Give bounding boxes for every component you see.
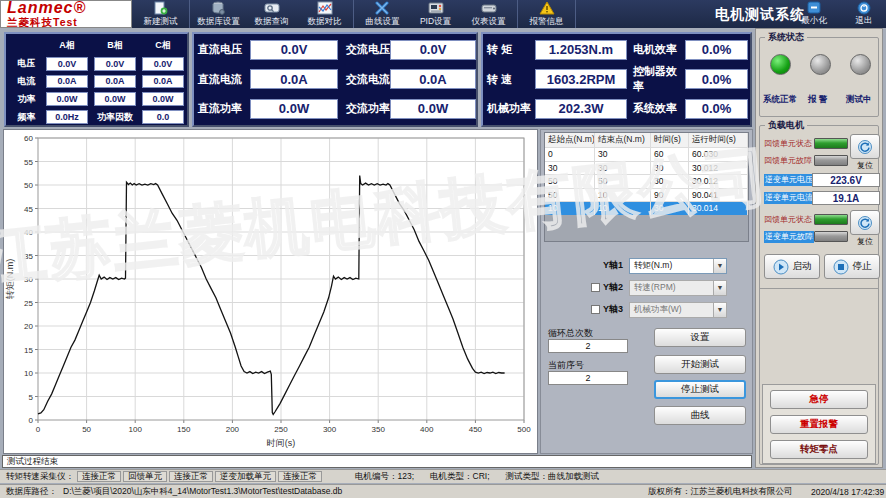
table-row[interactable]: 50 10 90 90.041 bbox=[545, 188, 748, 202]
current-a-value: 0.0A bbox=[46, 75, 88, 89]
test-type: 测试类型：曲线加载测试 bbox=[503, 471, 603, 483]
cell: 60 bbox=[651, 148, 689, 161]
lanmec-logo: Lanmec® 兰菱科技Test bbox=[0, 0, 132, 28]
toolbar-group-settings: 曲线设置 PID设置 仪表设置 bbox=[354, 0, 518, 28]
titlebar: Lanmec® 兰菱科技Test 新建测试 数据库设置 bbox=[0, 0, 886, 28]
stop-icon bbox=[833, 259, 849, 275]
current-index-value: 2 bbox=[548, 371, 628, 385]
play-icon bbox=[773, 259, 789, 275]
y-axis3-checkbox[interactable] bbox=[591, 305, 600, 314]
alarm-led-label: 报 警 bbox=[808, 94, 827, 106]
exit-button[interactable]: 退出 bbox=[843, 1, 885, 28]
toolbar-button-new-test[interactable]: 新建测试 bbox=[134, 0, 187, 28]
y-axis1-selected-value: 转矩(N.m) bbox=[634, 260, 672, 272]
set-button[interactable]: 设置 bbox=[654, 328, 746, 347]
toolbar-button-label: PID设置 bbox=[420, 16, 451, 28]
sidebar: 系统状态 系统正常 报 警 测试中 负载电机 回馈单元状态 回馈单元故障 复位 … bbox=[755, 28, 883, 468]
cell: 90 bbox=[651, 189, 689, 202]
db-path-value: D:\兰菱\项目\2020\山东中科4_14\MotorTest1.3\Moto… bbox=[60, 486, 345, 498]
y-axis2-selected-value: 转速(RPM) bbox=[634, 282, 676, 294]
daq-status: 连接正常 bbox=[77, 471, 121, 482]
stop-test-button[interactable]: 停止测试 bbox=[654, 380, 746, 399]
stop-button[interactable]: 停止 bbox=[824, 254, 880, 279]
toolbar-button-database-settings[interactable]: 数据库设置 bbox=[192, 0, 245, 28]
torque-speed-panel: 转 矩 1.2053N.m 电机效率 0.0% 转 速 1603.2RPM 控制… bbox=[481, 32, 752, 127]
meter-settings-icon bbox=[481, 1, 497, 15]
corner-cell bbox=[10, 37, 43, 55]
table-row-selected[interactable]: 10 10 30 30.014 bbox=[545, 201, 748, 215]
minimize-button[interactable]: 最小化 bbox=[793, 1, 835, 28]
feedback-unit-fault-bar bbox=[814, 155, 848, 166]
svg-text:30: 30 bbox=[24, 275, 33, 284]
toolbar-group-alarm: 报警信息 bbox=[518, 0, 576, 28]
toolbar-button-data-query[interactable]: 数据查询 bbox=[245, 0, 298, 28]
phase-measurement-panel: A相 B相 C相 电压 0.0V 0.0V 0.0V 电流 0.0A 0.0A … bbox=[4, 32, 189, 127]
frequency-label: 频率 bbox=[10, 108, 43, 126]
toolbar-button-meter-settings[interactable]: 仪表设置 bbox=[462, 0, 515, 28]
system-status-group: 系统状态 系统正常 报 警 测试中 bbox=[759, 37, 879, 117]
ac-current-value: 0.0A bbox=[390, 69, 476, 89]
ac-power-label: 交流功率 bbox=[338, 101, 390, 116]
cell: 60.030 bbox=[689, 148, 748, 161]
power-c-value: 0.0W bbox=[142, 92, 184, 106]
reset-button-2-wrap: 复位 bbox=[849, 210, 881, 247]
mech-power-label: 机械功率 bbox=[487, 101, 535, 116]
dc-voltage-label: 直流电压 bbox=[198, 42, 250, 57]
toolbar-group-test: 新建测试 bbox=[132, 0, 190, 28]
toolbar-button-pid-settings[interactable]: PID设置 bbox=[409, 0, 462, 28]
col-start-point: 起始点(N.m) bbox=[545, 133, 595, 147]
svg-text:20: 20 bbox=[24, 322, 33, 331]
motor-efficiency-label: 电机效率 bbox=[627, 42, 685, 57]
start-test-button[interactable]: 开始测试 bbox=[654, 355, 746, 374]
cell: 10 bbox=[545, 202, 595, 215]
safety-buttons-box: 急停 重置报警 转矩零点 bbox=[762, 384, 876, 464]
torque-zero-button[interactable]: 转矩零点 bbox=[770, 440, 868, 459]
phase-a-header: A相 bbox=[43, 37, 91, 55]
feedback-unit-label: 回馈单元 bbox=[123, 471, 167, 482]
cell: 50 bbox=[545, 175, 595, 188]
dc-power-value: 0.0W bbox=[250, 99, 338, 119]
emergency-stop-button[interactable]: 急停 bbox=[770, 390, 868, 409]
y-axis2-select[interactable]: 转速(RPM) ▼ bbox=[629, 280, 727, 296]
motor-efficiency-value: 0.0% bbox=[685, 40, 748, 60]
new-test-icon bbox=[153, 1, 168, 15]
logo-text-en: Lanmec® bbox=[7, 0, 131, 16]
power-a-value: 0.0W bbox=[46, 92, 88, 106]
y-axis1-select[interactable]: 转矩(N.m) ▼ bbox=[629, 258, 727, 274]
toolbar-button-label: 报警信息 bbox=[530, 16, 564, 28]
mech-power-value: 202.3W bbox=[535, 99, 627, 119]
dc-ac-panel: 直流电压 0.0V 交流电压 0.0V 直流电流 0.0A 交流电流 0.0A … bbox=[192, 32, 478, 127]
inverter-voltage-label: 逆变单元电压 bbox=[764, 174, 814, 186]
reset-alarm-button[interactable]: 重置报警 bbox=[770, 415, 868, 434]
svg-text:100: 100 bbox=[129, 425, 143, 434]
test-settings-region: 起始点(N.m) 结束点(N.m) 时间(s) 运行时间(s) 0 30 60 … bbox=[540, 129, 753, 454]
toolbar-button-alarm-info[interactable]: 报警信息 bbox=[520, 0, 573, 28]
svg-text:50: 50 bbox=[24, 181, 33, 190]
segment-table[interactable]: 起始点(N.m) 结束点(N.m) 时间(s) 运行时间(s) 0 30 60 … bbox=[544, 132, 749, 242]
reset-button-1[interactable] bbox=[850, 134, 880, 159]
path-statusbar: 数据库路径： D:\兰菱\项目\2020\山东中科4_14\MotorTest1… bbox=[0, 484, 886, 498]
system-efficiency-value: 0.0% bbox=[685, 99, 748, 119]
toolbar-group-data: 数据库设置 数据查询 数据对比 bbox=[190, 0, 354, 28]
speed-value: 1603.2RPM bbox=[535, 69, 627, 89]
svg-text:45: 45 bbox=[24, 205, 33, 214]
y-axis2-checkbox[interactable] bbox=[591, 283, 600, 292]
start-button[interactable]: 启动 bbox=[764, 254, 820, 279]
table-row[interactable]: 50 50 30 30.012 bbox=[545, 174, 748, 188]
reset-button-2[interactable] bbox=[850, 210, 880, 235]
daq-label: 转矩转速采集仪： bbox=[3, 471, 77, 483]
toolbar-button-curve-settings[interactable]: 曲线设置 bbox=[356, 0, 409, 28]
segment-table-header: 起始点(N.m) 结束点(N.m) 时间(s) 运行时间(s) bbox=[545, 133, 748, 147]
curve-button[interactable]: 曲线 bbox=[654, 406, 746, 425]
data-query-icon bbox=[264, 1, 280, 15]
system-status-title: 系统状态 bbox=[765, 32, 807, 42]
motor-type: 电机类型：CRI; bbox=[427, 471, 493, 483]
y-axis3-select[interactable]: 机械功率(W) ▼ bbox=[629, 302, 727, 318]
table-row[interactable]: 0 30 60 60.030 bbox=[545, 147, 748, 161]
torque-time-chart: 0501001502002503003504004505000510152025… bbox=[3, 129, 538, 454]
toolbar-button-data-compare[interactable]: 数据对比 bbox=[298, 0, 351, 28]
svg-text:转矩(N.m): 转矩(N.m) bbox=[5, 259, 15, 300]
table-row[interactable]: 30 30 30 30.012 bbox=[545, 161, 748, 175]
svg-text:350: 350 bbox=[372, 425, 386, 434]
inverter-voltage-value: 223.6V bbox=[812, 173, 880, 187]
